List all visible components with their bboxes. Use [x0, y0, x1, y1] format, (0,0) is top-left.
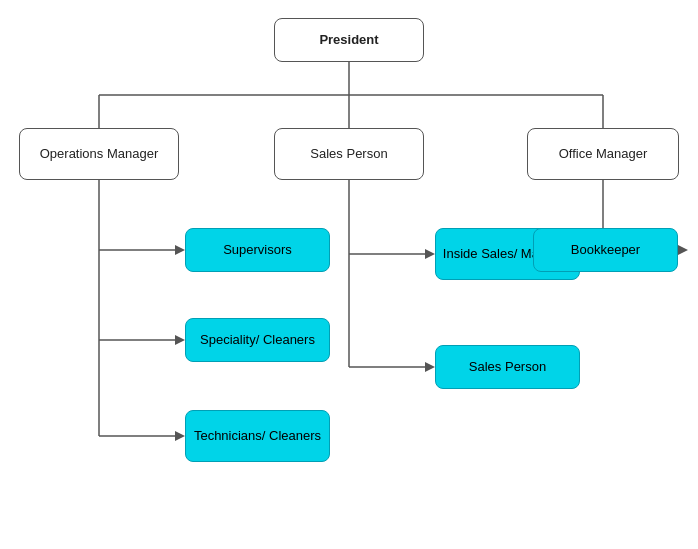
bookkeeper-node-visible: Bookkeeper: [533, 228, 678, 272]
svg-marker-19: [678, 245, 688, 255]
org-chart: President Operations Manager Sales Perso…: [0, 0, 698, 549]
speciality-cleaners-node: Speciality/ Cleaners: [185, 318, 330, 362]
svg-marker-14: [425, 249, 435, 259]
ops-manager-node: Operations Manager: [19, 128, 179, 180]
svg-marker-9: [175, 335, 185, 345]
technicians-cleaners-node: Technicians/ Cleaners: [185, 410, 330, 462]
president-node: President: [274, 18, 424, 62]
sales-person-top-node: Sales Person: [274, 128, 424, 180]
office-manager-node: Office Manager: [527, 128, 679, 180]
svg-marker-16: [425, 362, 435, 372]
connectors-svg: [0, 0, 698, 549]
svg-marker-7: [175, 245, 185, 255]
supervisors-node: Supervisors: [185, 228, 330, 272]
svg-marker-11: [175, 431, 185, 441]
sales-person-sub-node: Sales Person: [435, 345, 580, 389]
